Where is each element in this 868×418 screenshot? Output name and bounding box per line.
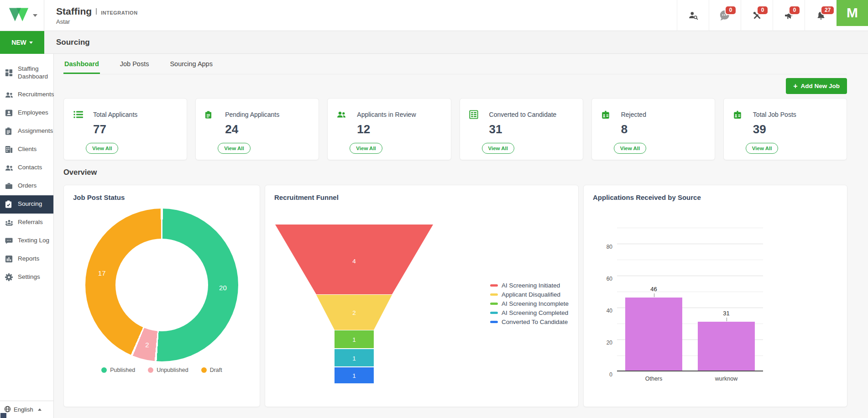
briefcase-icon [5, 182, 13, 190]
gridline [617, 276, 763, 276]
tab-sourcing-apps[interactable]: Sourcing Apps [169, 60, 214, 74]
body-row: Staffing DashboardRecruitmentsEmployeesA… [0, 54, 868, 418]
recruitment-funnel-card: Recruitment Funnel 4 2 1 1 1 AI Screenin… [265, 185, 579, 407]
people-search-button[interactable] [677, 0, 709, 31]
stat-label: Total Job Posts [753, 111, 796, 118]
y-axis-tick-label: 0 [609, 371, 612, 378]
wurknow-logo-icon [7, 5, 31, 26]
header-main: Staffing INTEGRATION Astar [44, 0, 868, 31]
legend-dash [490, 303, 498, 305]
legend-item-published[interactable]: Published [101, 367, 135, 373]
svg-text:4: 4 [352, 258, 356, 265]
sidebar-item-texting-log[interactable]: Texting Log [0, 232, 53, 250]
donut-hole [115, 239, 208, 331]
add-new-job-button[interactable]: + Add New Job [786, 78, 847, 94]
stat-label: Pending Applicants [225, 111, 279, 118]
globe-icon [4, 406, 11, 414]
sidebar-item-label: Clients [18, 146, 37, 153]
legend-dash [490, 312, 498, 314]
sidebar-item-reports[interactable]: Reports [0, 250, 53, 268]
x-axis-category-label: Others [645, 376, 663, 382]
logo-menu[interactable] [0, 0, 44, 31]
language-selector[interactable]: English [0, 401, 53, 418]
legend-item-converted-to-candidate[interactable]: Converted To Candidate [490, 319, 569, 325]
legend-label: AI Screening Incomplete [502, 300, 569, 307]
scrollbar-thumb[interactable] [0, 413, 6, 418]
bar-others[interactable] [625, 298, 682, 371]
y-axis-tick-label: 20 [607, 340, 612, 346]
view-all-button[interactable]: View All [86, 143, 118, 154]
sidebar-item-clients[interactable]: Clients [0, 141, 53, 159]
page-title: Sourcing [56, 38, 90, 47]
svg-text:2: 2 [352, 309, 356, 316]
legend-item-ai-screening-incomplete[interactable]: AI Screening Incomplete [490, 300, 569, 307]
chart-title: Recruitment Funnel [274, 193, 569, 201]
legend-label: Published [110, 367, 135, 373]
legend-item-draft[interactable]: Draft [201, 367, 222, 373]
people-icon [337, 110, 349, 120]
legend-dash [490, 321, 498, 323]
sidebar-item-assignments[interactable]: Assignments [0, 122, 53, 141]
stat-cards-row: Total Applicants77View AllPending Applic… [63, 98, 847, 160]
view-all-button[interactable]: View All [350, 143, 382, 154]
view-all-button[interactable]: View All [482, 143, 514, 154]
sidebar-item-recruitments[interactable]: Recruitments [0, 86, 53, 104]
tools-button[interactable]: 0 [741, 0, 773, 31]
job-post-status-card: Job Post Status 20217 PublishedUnpublish… [63, 185, 260, 407]
sidebar-item-orders[interactable]: Orders [0, 177, 53, 195]
badge-icon [601, 110, 613, 120]
tab-dashboard[interactable]: Dashboard [63, 60, 100, 74]
title-block: Staffing INTEGRATION Astar [56, 6, 138, 25]
reports-icon [5, 255, 13, 263]
action-row: + Add New Job [63, 78, 847, 94]
chart-title: Job Post Status [73, 193, 251, 201]
sidebar-item-referrals[interactable]: Referrals [0, 214, 53, 232]
stat-value: 31 [489, 122, 576, 136]
sidebar-item-label: Reports [18, 255, 39, 263]
user-avatar[interactable]: M [837, 0, 868, 26]
stat-value: 12 [357, 122, 444, 136]
donut-value-label: 2 [145, 340, 149, 348]
gear-icon [5, 273, 13, 282]
sidebar-nav: Staffing DashboardRecruitmentsEmployeesA… [0, 54, 54, 418]
view-all-button[interactable]: View All [746, 143, 778, 154]
sidebar-item-staffing-dashboard[interactable]: Staffing Dashboard [0, 60, 53, 86]
legend-item-ai-screening-initiated[interactable]: AI Screening Initiated [490, 282, 569, 289]
gridline [617, 292, 763, 292]
dashboard-icon [5, 69, 13, 77]
bar-value-tick [727, 318, 727, 321]
bar-value-label: 31 [723, 310, 729, 317]
sidebar-item-label: Employees [18, 109, 48, 117]
tabs-strip: DashboardJob PostsSourcing Apps [63, 54, 847, 74]
announcements-badge: 0 [789, 5, 800, 15]
new-button[interactable]: NEW [0, 31, 44, 54]
legend-item-unpublished[interactable]: Unpublished [148, 367, 188, 373]
sidebar-item-employees[interactable]: Employees [0, 104, 53, 122]
app-subtitle: INTEGRATION [101, 10, 137, 16]
view-all-button[interactable]: View All [614, 143, 646, 154]
view-all-button[interactable]: View All [218, 143, 250, 154]
svg-text:1: 1 [352, 336, 356, 343]
legend-dash [490, 293, 498, 296]
sidebar-item-label: Settings [18, 273, 40, 281]
announcements-button[interactable]: 0 [773, 0, 805, 31]
gridline [617, 260, 763, 260]
notifications-button[interactable]: 27 [805, 0, 837, 31]
legend-item-ai-screening-completed[interactable]: AI Screening Completed [490, 309, 569, 316]
new-button-label: NEW [11, 39, 26, 46]
applications-by-source-card: Applications Received by Source 02040608… [583, 185, 847, 407]
section-title-bar: Sourcing [44, 31, 868, 54]
sidebar-item-contacts[interactable]: Contacts [0, 159, 53, 177]
main-content: DashboardJob PostsSourcing Apps + Add Ne… [54, 54, 868, 418]
chat-button[interactable]: 0 [709, 0, 741, 31]
funnel-chart: 4 2 1 1 1 [275, 225, 433, 383]
sidebar-item-settings[interactable]: Settings [0, 268, 53, 287]
sidebar-item-sourcing[interactable]: Sourcing [0, 195, 53, 214]
legend-item-applicant-disqualified[interactable]: Applicant Disqualified [490, 291, 569, 298]
legend-label: Applicant Disqualified [502, 291, 560, 298]
stat-value: 77 [93, 122, 180, 136]
bar-value-tick [654, 293, 654, 297]
bar-wurknow[interactable] [698, 322, 755, 371]
legend-dash [490, 284, 498, 287]
tab-job-posts[interactable]: Job Posts [119, 60, 150, 74]
